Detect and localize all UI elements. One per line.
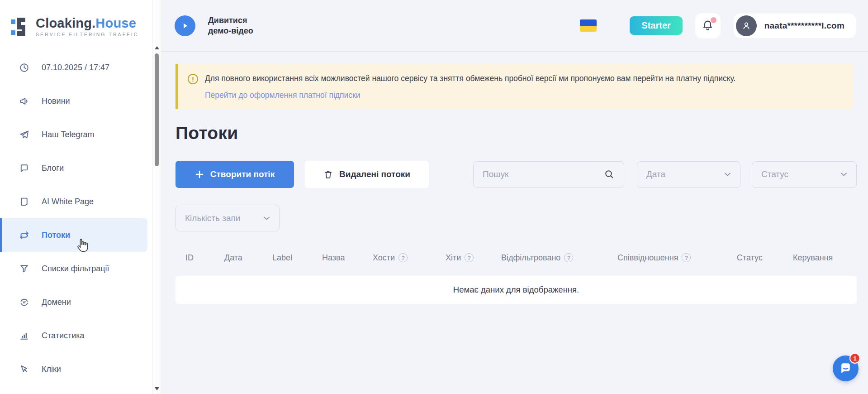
sidebar-item-label: 07.10.2025 / 17:47 bbox=[42, 63, 109, 72]
column-header-ratio: Співвідношення bbox=[617, 253, 737, 263]
sidebar-item-blogs[interactable]: Блоги bbox=[0, 151, 152, 185]
notifications-button[interactable] bbox=[695, 13, 721, 38]
sidebar-item-clicks[interactable]: Кліки bbox=[0, 352, 152, 386]
sidebar-item-streams[interactable]: Потоки bbox=[0, 218, 147, 252]
main-area: Дивитися демо-відео Starter naata*******… bbox=[161, 0, 868, 394]
sidebar-item-label: Домени bbox=[42, 298, 71, 307]
empty-state-text: Немає даних для відображення. bbox=[453, 285, 579, 295]
sidebar: Cloaking.House SERVICE FILTERING TRAFFIC… bbox=[0, 0, 152, 394]
warning-icon bbox=[188, 74, 198, 84]
brand-name: Cloaking. bbox=[36, 16, 95, 30]
sidebar-item-datetime[interactable]: 07.10.2025 / 17:47 bbox=[0, 51, 152, 84]
table-empty-state: Немає даних для відображення. bbox=[175, 276, 857, 304]
user-email: naata**********l.com bbox=[764, 21, 844, 31]
sidebar-nav: 07.10.2025 / 17:47 Новини Наш Telegram Б… bbox=[0, 51, 152, 386]
demo-video-play-button[interactable] bbox=[175, 15, 195, 36]
demo-video-label[interactable]: Дивитися демо-відео bbox=[208, 15, 253, 36]
column-header-id: ID bbox=[185, 253, 224, 263]
column-header-label: Label bbox=[272, 253, 322, 263]
scroll-down-arrow-icon[interactable] bbox=[155, 387, 159, 390]
sidebar-item-label: Статистика bbox=[42, 331, 85, 341]
svg-text:w: w bbox=[22, 300, 26, 304]
telegram-icon bbox=[19, 129, 29, 140]
controls-row: Створити потік Видалені потоки Дата bbox=[175, 161, 857, 188]
sidebar-item-label: Кліки bbox=[42, 365, 61, 374]
domain-icon: w bbox=[19, 297, 29, 308]
sidebar-item-ai-white-page[interactable]: AI White Page bbox=[0, 185, 152, 218]
search-icon[interactable] bbox=[604, 169, 615, 180]
sidebar-item-label: Потоки bbox=[42, 231, 70, 240]
chevron-down-icon bbox=[840, 172, 847, 177]
sidebar-item-label: Наш Telegram bbox=[42, 130, 94, 139]
secondary-controls-row: Кількість запи bbox=[175, 205, 857, 231]
brand-text: Cloaking.House SERVICE FILTERING TRAFFIC bbox=[36, 16, 138, 37]
column-header-hits: Хіти bbox=[446, 253, 501, 263]
create-stream-button[interactable]: Створити потік bbox=[175, 161, 294, 188]
bar-chart-icon bbox=[19, 330, 29, 341]
table-header: ID Дата Label Назва Хости Хіти Відфільтр… bbox=[175, 245, 857, 270]
chevron-down-icon bbox=[263, 216, 270, 221]
play-icon bbox=[181, 22, 189, 30]
sidebar-item-label: AI White Page bbox=[42, 197, 94, 207]
help-icon[interactable] bbox=[398, 253, 408, 262]
help-icon[interactable] bbox=[682, 253, 691, 262]
chat-bubble-icon bbox=[838, 361, 853, 376]
date-filter-select[interactable]: Дата bbox=[637, 161, 740, 188]
chat-unread-badge: 1 bbox=[849, 353, 860, 364]
brand-logo-icon bbox=[11, 16, 30, 37]
deleted-streams-button[interactable]: Видалені потоки bbox=[305, 161, 429, 188]
help-icon[interactable] bbox=[465, 253, 474, 262]
sidebar-item-label: Блоги bbox=[42, 163, 64, 173]
plan-badge[interactable]: Starter bbox=[630, 16, 682, 35]
trial-warning-banner: Для повного використання всіх можливосте… bbox=[175, 64, 853, 109]
scroll-up-arrow-icon[interactable] bbox=[155, 46, 159, 49]
sync-icon bbox=[19, 230, 29, 240]
column-header-actions: Керування bbox=[793, 253, 843, 263]
sidebar-item-statistics[interactable]: Статистика bbox=[0, 319, 152, 352]
avatar bbox=[736, 15, 757, 36]
sidebar-item-label: Списки фільтрації bbox=[42, 264, 109, 274]
per-page-select[interactable]: Кількість запи bbox=[175, 205, 280, 231]
help-icon[interactable] bbox=[564, 253, 573, 262]
brand-logo[interactable]: Cloaking.House SERVICE FILTERING TRAFFIC bbox=[0, 0, 152, 43]
chat-bubble-icon bbox=[19, 163, 29, 173]
sidebar-item-telegram[interactable]: Наш Telegram bbox=[0, 118, 152, 151]
user-menu[interactable]: naata**********l.com bbox=[734, 14, 856, 38]
topbar: Дивитися демо-відео Starter naata*******… bbox=[161, 0, 868, 52]
chevron-down-icon bbox=[724, 172, 731, 177]
funnel-icon bbox=[19, 263, 29, 274]
page-title: Потоки bbox=[175, 123, 857, 143]
trash-icon bbox=[323, 170, 333, 179]
column-header-status: Статус bbox=[737, 253, 793, 263]
notification-dot bbox=[711, 17, 716, 23]
scrollbar-thumb[interactable] bbox=[155, 53, 159, 166]
sidebar-item-news[interactable]: Новини bbox=[0, 84, 152, 118]
cursor-icon bbox=[19, 364, 29, 375]
banner-message: Для повного використання всіх можливосте… bbox=[205, 73, 735, 84]
sidebar-scrollbar[interactable] bbox=[152, 0, 161, 394]
plus-icon bbox=[195, 170, 204, 179]
search-input[interactable] bbox=[483, 169, 599, 179]
chat-widget-button[interactable]: 1 bbox=[833, 356, 859, 381]
language-flag-ukraine[interactable] bbox=[580, 19, 597, 32]
column-header-hosts: Хости bbox=[373, 253, 446, 263]
content: Для повного використання всіх можливосте… bbox=[161, 52, 868, 394]
search-box bbox=[473, 161, 624, 188]
clock-icon bbox=[19, 62, 29, 73]
sidebar-item-label: Новини bbox=[42, 96, 70, 106]
upgrade-subscription-link[interactable]: Перейти до оформлення платної підписки bbox=[205, 91, 360, 100]
page-icon bbox=[19, 196, 29, 207]
column-header-filtered: Відфільтровано bbox=[501, 253, 617, 263]
sidebar-item-domains[interactable]: w Домени bbox=[0, 285, 152, 319]
sidebar-item-filter-lists[interactable]: Списки фільтрації bbox=[0, 252, 152, 285]
megaphone-icon bbox=[19, 96, 29, 106]
status-filter-select[interactable]: Статус bbox=[752, 161, 857, 188]
column-header-date: Дата bbox=[224, 253, 272, 263]
column-header-name: Назва bbox=[322, 253, 373, 263]
brand-tagline: SERVICE FILTERING TRAFFIC bbox=[36, 32, 138, 37]
